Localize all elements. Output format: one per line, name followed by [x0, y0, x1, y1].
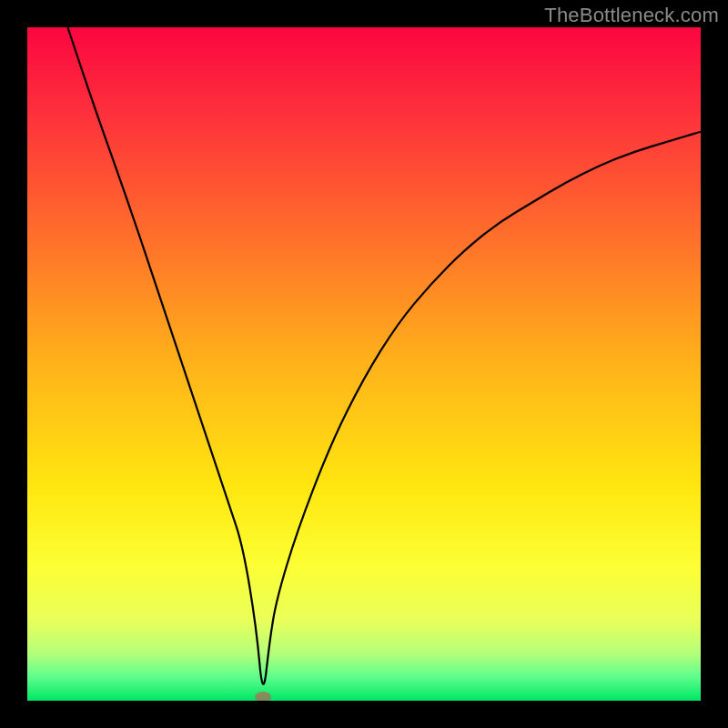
plot-area — [27, 27, 701, 701]
watermark-text: TheBottleneck.com — [544, 4, 719, 27]
chart-frame: TheBottleneck.com — [0, 0, 728, 728]
bottleneck-curve — [67, 27, 701, 684]
min-point-marker — [255, 692, 271, 701]
curve-layer — [27, 27, 701, 701]
